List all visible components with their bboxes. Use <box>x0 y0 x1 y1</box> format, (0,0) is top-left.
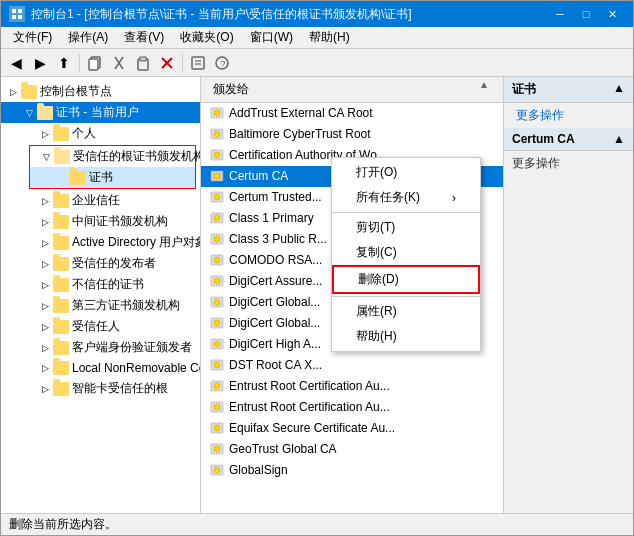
cert-item-label-12: DST Root CA X... <box>229 358 322 372</box>
tree-item-trusted-pub[interactable]: ▷ 受信任的发布者 <box>1 253 200 274</box>
tree-item-trusted-person[interactable]: ▷ 受信任人 <box>1 316 200 337</box>
status-bar: 删除当前所选内容。 <box>1 513 633 535</box>
minimize-button[interactable]: ─ <box>547 1 573 27</box>
context-menu-help[interactable]: 帮助(H) <box>332 324 480 349</box>
tree-item-smartcard[interactable]: ▷ 智能卡受信任的根 <box>1 378 200 399</box>
cert-panel: 颁发给 ▲ AddTrust External CA Root <box>201 77 503 513</box>
cert-item-17[interactable]: GlobalSign <box>201 460 503 481</box>
help-button[interactable]: ? <box>211 52 233 74</box>
tree-item-certs-user[interactable]: ▽ 证书 - 当前用户 <box>1 102 200 123</box>
context-menu-all-tasks[interactable]: 所有任务(K) › <box>332 185 480 210</box>
properties-button[interactable] <box>187 52 209 74</box>
tree-item-label-personal: 个人 <box>72 125 96 142</box>
cert-item-13[interactable]: Entrust Root Certification Au... <box>201 376 503 397</box>
cert-item-label-8: DigiCert Assure... <box>229 274 322 288</box>
cut-button[interactable] <box>108 52 130 74</box>
up-button[interactable]: ⬆ <box>53 52 75 74</box>
svg-point-41 <box>214 341 220 347</box>
cert-item-label-0: AddTrust External CA Root <box>229 106 373 120</box>
menu-favorites[interactable]: 收藏夹(O) <box>172 27 241 48</box>
svg-point-27 <box>214 194 220 200</box>
svg-rect-2 <box>18 9 22 13</box>
forward-button[interactable]: ▶ <box>29 52 51 74</box>
svg-rect-13 <box>192 57 204 69</box>
svg-point-37 <box>214 299 220 305</box>
close-button[interactable]: ✕ <box>599 1 625 27</box>
context-menu-delete[interactable]: 删除(D) <box>332 265 480 294</box>
svg-point-33 <box>214 257 220 263</box>
cert-icon-7 <box>209 252 225 268</box>
svg-rect-4 <box>18 15 22 19</box>
context-menu-copy-label: 复制(C) <box>356 244 397 261</box>
cert-item-label-11: DigiCert High A... <box>229 337 321 351</box>
ops-item-more-actions-certs[interactable]: 更多操作 <box>504 103 633 128</box>
svg-rect-3 <box>12 15 16 19</box>
expand-icon-third-party: ▷ <box>37 298 53 314</box>
copy-button[interactable] <box>84 52 106 74</box>
tree-panel: ▷ 控制台根节点 ▽ 证书 - 当前用户 ▷ 个人 <box>1 77 201 513</box>
tree-item-personal[interactable]: ▷ 个人 <box>1 123 200 144</box>
cert-item-0[interactable]: AddTrust External CA Root <box>201 103 503 124</box>
expand-icon-enterprise: ▷ <box>37 193 53 209</box>
cert-icon-9 <box>209 294 225 310</box>
ops-more-actions-label: 更多操作 <box>504 151 633 176</box>
cert-item-label-13: Entrust Root Certification Au... <box>229 379 390 393</box>
cert-item-label-5: Class 1 Primary <box>229 211 314 225</box>
context-menu-cut[interactable]: 剪切(T) <box>332 215 480 240</box>
main-window: 控制台1 - [控制台根节点\证书 - 当前用户\受信任的根证书颁发机构\证书]… <box>0 0 634 536</box>
menu-window[interactable]: 窗口(W) <box>242 27 301 48</box>
context-menu-properties[interactable]: 属性(R) <box>332 299 480 324</box>
cert-header-issued-to[interactable]: 颁发给 <box>209 79 479 100</box>
cert-item-14[interactable]: Entrust Root Certification Au... <box>201 397 503 418</box>
title-bar: 控制台1 - [控制台根节点\证书 - 当前用户\受信任的根证书颁发机构\证书]… <box>1 1 633 27</box>
delete-button[interactable] <box>156 52 178 74</box>
tree-item-label-trusted-pub: 受信任的发布者 <box>72 255 156 272</box>
cert-icon-16 <box>209 441 225 457</box>
context-menu-all-tasks-label: 所有任务(K) <box>356 189 420 206</box>
tree-item-label-third-party: 第三方证书颁发机构 <box>72 297 180 314</box>
tree-item-trusted-root[interactable]: ▽ 受信任的根证书颁发机构 <box>30 146 195 167</box>
expand-icon-trusted-pub: ▷ <box>37 256 53 272</box>
cert-item-16[interactable]: GeoTrust Global CA <box>201 439 503 460</box>
context-menu-copy[interactable]: 复制(C) <box>332 240 480 265</box>
svg-rect-10 <box>140 57 146 61</box>
cert-item-label-7: COMODO RSA... <box>229 253 322 267</box>
context-menu-properties-label: 属性(R) <box>356 303 397 320</box>
tree-item-active-dir[interactable]: ▷ Active Directory 用户对象 <box>1 232 200 253</box>
tree-item-root[interactable]: ▷ 控制台根节点 <box>1 81 200 102</box>
tree-item-label-certs: 证书 <box>89 169 113 186</box>
tree-item-enterprise[interactable]: ▷ 企业信任 <box>1 190 200 211</box>
status-text: 删除当前所选内容。 <box>9 516 117 533</box>
paste-button[interactable] <box>132 52 154 74</box>
cert-item-label-certum-ca: Certum CA <box>229 169 288 183</box>
menu-file[interactable]: 文件(F) <box>5 27 60 48</box>
cert-item-1[interactable]: Baltimore CyberTrust Root <box>201 124 503 145</box>
cert-item-12[interactable]: DST Root CA X... <box>201 355 503 376</box>
cert-header: 颁发给 ▲ <box>201 77 503 103</box>
tree-item-label-root: 控制台根节点 <box>40 83 112 100</box>
tree-item-local-nonremovable[interactable]: ▷ Local NonRemovable Ce... <box>1 358 200 378</box>
svg-point-35 <box>214 278 220 284</box>
cert-item-15[interactable]: Equifax Secure Certificate Au... <box>201 418 503 439</box>
tree-item-third-party[interactable]: ▷ 第三方证书颁发机构 <box>1 295 200 316</box>
cert-icon-1 <box>209 126 225 142</box>
cert-icon-certum-ca <box>209 168 225 184</box>
tree-item-certs[interactable]: 证书 <box>30 167 195 188</box>
expand-icon-trusted-root: ▽ <box>38 149 54 165</box>
tree-item-client-auth[interactable]: ▷ 客户端身份验证颁发者 <box>1 337 200 358</box>
svg-point-29 <box>214 215 220 221</box>
menu-view[interactable]: 查看(V) <box>116 27 172 48</box>
context-menu-open[interactable]: 打开(O) <box>332 160 480 185</box>
menu-action[interactable]: 操作(A) <box>60 27 116 48</box>
context-menu-sep-1 <box>332 212 480 213</box>
expand-icon-client-auth: ▷ <box>37 340 53 356</box>
tree-item-untrusted[interactable]: ▷ 不信任的证书 <box>1 274 200 295</box>
back-button[interactable]: ◀ <box>5 52 27 74</box>
expand-icon-root: ▷ <box>5 84 21 100</box>
svg-point-49 <box>214 425 220 431</box>
svg-point-25 <box>214 173 220 179</box>
tree-item-intermediate[interactable]: ▷ 中间证书颁发机构 <box>1 211 200 232</box>
menu-help[interactable]: 帮助(H) <box>301 27 358 48</box>
maximize-button[interactable]: □ <box>573 1 599 27</box>
cert-item-label-1: Baltimore CyberTrust Root <box>229 127 371 141</box>
